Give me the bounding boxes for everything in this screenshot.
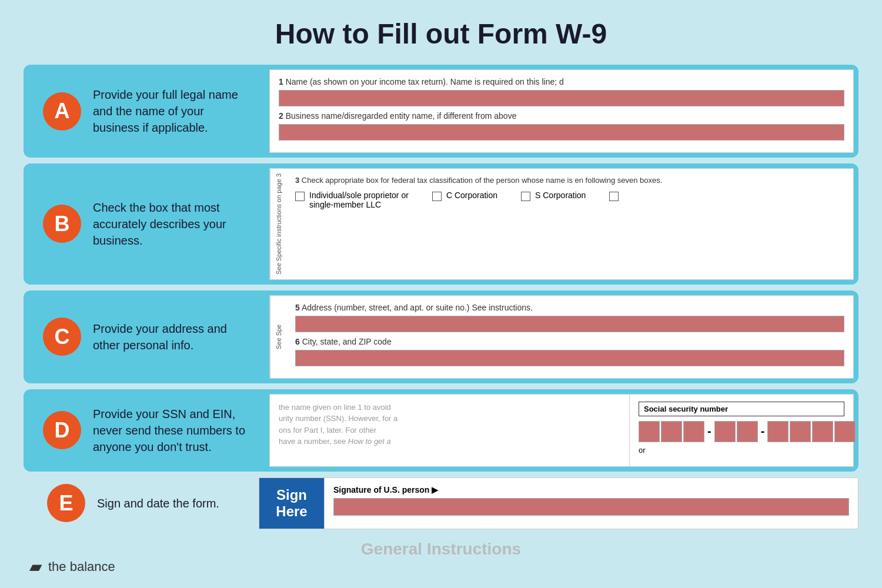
ssn-boxes: - - xyxy=(639,421,844,442)
field6-input[interactable] xyxy=(295,350,844,366)
section-a-form: 1 Name (as shown on your income tax retu… xyxy=(269,69,854,153)
section-d-right: Social security number - - xyxy=(630,395,853,466)
section-b-form: See Specific instructions on page 3 3 Ch… xyxy=(269,168,854,280)
section-c-side-label: See Spe xyxy=(270,296,286,378)
field5-input[interactable] xyxy=(295,316,844,332)
checkbox-individual: Individual/sole proprietor orsingle-memb… xyxy=(295,191,409,209)
section-b-content: 3 Check appropriate box for federal tax … xyxy=(286,169,853,279)
sign-here-label: SignHere xyxy=(276,487,307,520)
checkbox-s-corp-label: S Corporation xyxy=(535,191,586,200)
ssn-cell-8[interactable] xyxy=(812,421,833,442)
section-d-instruction: D Provide your SSN and EIN, never send t… xyxy=(28,394,263,467)
logo-icon: ▰ xyxy=(29,557,42,576)
ssn-group2 xyxy=(714,421,758,442)
signature-field: Signature of U.S. person ▶ xyxy=(324,478,858,529)
field5-label: 5 Address (number, street, and apt. or s… xyxy=(295,303,844,312)
ssn-cell-7[interactable] xyxy=(790,421,811,442)
section-a-instruction: A Provide your full legal name and the n… xyxy=(28,69,263,153)
ssn-cell-2[interactable] xyxy=(661,421,682,442)
badge-c: C xyxy=(43,318,81,356)
ssn-group3 xyxy=(767,421,856,442)
logo-area: ▰ the balance xyxy=(29,557,115,576)
badge-b: B xyxy=(43,205,81,243)
sign-here-box: SignHere xyxy=(259,478,324,529)
main-container: A Provide your full legal name and the n… xyxy=(0,65,882,564)
section-a-row: A Provide your full legal name and the n… xyxy=(24,65,858,158)
field1-input[interactable] xyxy=(279,90,844,106)
checkboxes-container: Individual/sole proprietor orsingle-memb… xyxy=(295,191,844,209)
checkbox-s-corp: S Corporation xyxy=(521,191,586,201)
field3-label: 3 Check appropriate box for federal tax … xyxy=(295,176,844,185)
field2-input[interactable] xyxy=(279,124,844,141)
section-c-form: See Spe 5 Address (number, street, and a… xyxy=(269,295,854,379)
section-d-left: the name given on line 1 to avoid urity … xyxy=(270,395,630,466)
general-instructions: General Instructions xyxy=(24,540,858,564)
field2-label: 2 Business name/disregarded entity name,… xyxy=(279,111,844,121)
ssn-dash-2: - xyxy=(761,425,765,438)
field3-text: Check appropriate box for federal tax cl… xyxy=(302,176,663,185)
field6-label: 6 City, state, and ZIP code xyxy=(295,337,844,346)
checkbox-extra-box[interactable] xyxy=(609,192,619,201)
section-b-row: B Check the box that most accurately des… xyxy=(24,163,858,285)
section-e-left: E Sign and date the form. xyxy=(24,477,259,529)
section-c-row: C Provide your address and other persona… xyxy=(24,290,858,383)
ssn-cell-1[interactable] xyxy=(639,421,660,442)
logo-text: the balance xyxy=(48,559,115,574)
ssn-cell-9[interactable] xyxy=(834,421,856,442)
section-e-text: Sign and date the form. xyxy=(97,495,219,512)
checkbox-c-corp: C Corporation xyxy=(432,191,497,201)
page-title: How to Fill out Form W-9 xyxy=(0,0,882,65)
section-c-instruction: C Provide your address and other persona… xyxy=(28,295,263,379)
checkbox-c-corp-box[interactable] xyxy=(432,192,442,201)
section-c-content: 5 Address (number, street, and apt. or s… xyxy=(286,296,853,378)
section-d-row: D Provide your SSN and EIN, never send t… xyxy=(24,389,858,472)
signature-label: Signature of U.S. person ▶ xyxy=(333,485,849,495)
or-label: or xyxy=(639,446,844,455)
section-b-instruction: B Check the box that most accurately des… xyxy=(28,168,263,280)
section-e-row: E Sign and date the form. SignHere Signa… xyxy=(24,477,858,529)
checkbox-individual-label: Individual/sole proprietor orsingle-memb… xyxy=(309,191,409,209)
section-c-text: Provide your address and other personal … xyxy=(93,320,249,353)
ssn-label: Social security number xyxy=(639,402,844,416)
signature-input[interactable] xyxy=(333,498,849,516)
checkbox-c-corp-label: C Corporation xyxy=(446,191,497,200)
badge-d: D xyxy=(43,411,81,449)
checkbox-s-corp-box[interactable] xyxy=(521,192,530,201)
ssn-group1 xyxy=(639,421,704,442)
section-a-text: Provide your full legal name and the nam… xyxy=(93,86,249,136)
badge-e: E xyxy=(47,484,85,522)
section-d-form: the name given on line 1 to avoid urity … xyxy=(269,394,854,467)
field3-number: 3 xyxy=(295,176,299,185)
ssn-cell-6[interactable] xyxy=(767,421,789,442)
badge-a: A xyxy=(43,92,81,131)
section-d-text: Provide your SSN and EIN, never send the… xyxy=(93,406,249,455)
section-b-text: Check the box that most accurately descr… xyxy=(93,199,249,249)
ssn-dash-1: - xyxy=(707,425,711,438)
checkbox-individual-box[interactable] xyxy=(295,192,305,201)
ssn-cell-4[interactable] xyxy=(714,421,736,442)
ssn-cell-3[interactable] xyxy=(683,421,704,442)
section-d-faded-text: the name given on line 1 to avoid urity … xyxy=(279,402,620,447)
section-e-right: SignHere Signature of U.S. person ▶ xyxy=(259,477,858,529)
ssn-cell-5[interactable] xyxy=(737,421,758,442)
field1-label: 1 Name (as shown on your income tax retu… xyxy=(279,77,844,86)
section-b-side-label: See Specific instructions on page 3 xyxy=(270,169,286,279)
